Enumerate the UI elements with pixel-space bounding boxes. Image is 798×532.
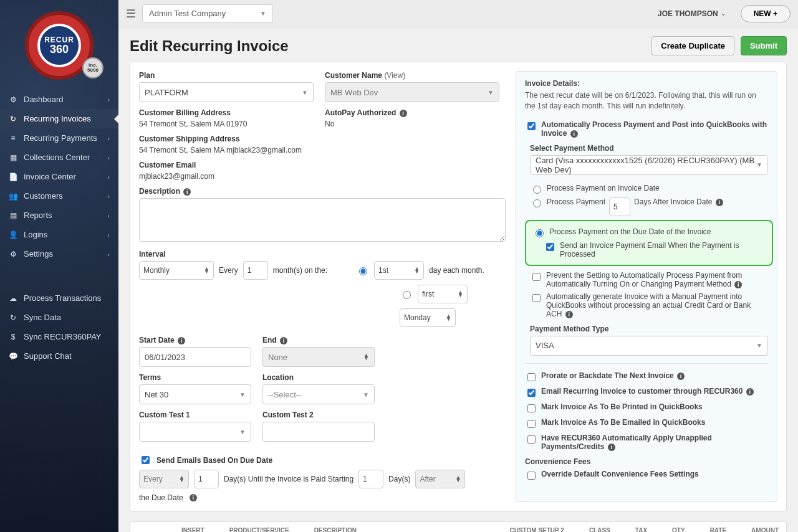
sidebar-item-invoice-center[interactable]: 📄Invoice Center›: [0, 167, 118, 186]
interval-day-select[interactable]: 1st▲▼: [374, 261, 424, 280]
custom2-label: Custom Test 2: [262, 411, 375, 419]
sidebar-item-logins[interactable]: 👤Logins›: [0, 225, 118, 244]
create-duplicate-button[interactable]: Create Duplicate: [651, 36, 734, 55]
interval-every-input[interactable]: [243, 261, 268, 280]
start-date-label: Start Date i: [139, 336, 251, 344]
interval-day-radio[interactable]: [359, 267, 367, 275]
menu-icon[interactable]: ☰: [126, 7, 136, 21]
info-icon[interactable]: i: [280, 337, 287, 344]
submit-button[interactable]: Submit: [741, 36, 787, 55]
col-amount: AMOUNT: [751, 527, 779, 533]
select-payment-method-label: Select Payment Method: [530, 144, 768, 153]
sidebar-item-sync-data[interactable]: ↻Sync Data: [0, 308, 118, 327]
customer-select[interactable]: MB Web Dev▼: [325, 82, 499, 102]
info-icon[interactable]: i: [608, 444, 615, 451]
prorate-label: Prorate or Backdate The Next Invoice i: [541, 371, 685, 380]
dollar-icon: $: [9, 333, 17, 341]
reminder-n2-input[interactable]: [358, 470, 383, 488]
info-icon[interactable]: i: [734, 281, 742, 288]
prevent-auto-checkbox[interactable]: [532, 273, 541, 281]
send-emails-due-date-checkbox[interactable]: [142, 456, 150, 464]
updown-icon: ▲▼: [179, 476, 185, 483]
reminder-every-select[interactable]: Every▲▼: [139, 470, 189, 488]
plan-select[interactable]: PLATFORM▼: [139, 82, 314, 102]
updown-icon: ▲▼: [414, 267, 420, 274]
sidebar-item-settings[interactable]: ⚙Settings›: [0, 244, 118, 264]
interval-day-suffix: day each month.: [429, 266, 484, 275]
prorate-checkbox[interactable]: [527, 373, 536, 381]
mark-email-checkbox[interactable]: [527, 420, 536, 428]
col-description: DESCRIPTION: [314, 527, 357, 533]
end-select[interactable]: None▲▼: [262, 347, 375, 367]
info-icon[interactable]: i: [190, 494, 197, 501]
sidebar-item-support-chat[interactable]: 💬Support Chat: [0, 346, 118, 366]
email-recurring-checkbox[interactable]: [527, 389, 536, 397]
mark-print-checkbox[interactable]: [527, 404, 536, 412]
process-days-after-pre: Process Payment: [547, 197, 605, 206]
info-icon[interactable]: i: [570, 130, 578, 138]
auto-gen-manual-checkbox[interactable]: [532, 294, 541, 302]
info-icon[interactable]: i: [716, 199, 723, 206]
dashboard-icon: ⚙: [9, 95, 17, 104]
process-on-due-date-radio[interactable]: [536, 229, 544, 237]
interval-unit-select[interactable]: Monthly▲▼: [139, 261, 214, 280]
user-menu[interactable]: JOE THOMPSON ⌄: [658, 9, 726, 18]
location-select[interactable]: --Select--▼: [262, 384, 375, 404]
reminder-n1-input[interactable]: [194, 470, 219, 488]
info-icon[interactable]: i: [183, 188, 191, 196]
send-email-processed-label: Send an Invoice Payment Email When the P…: [560, 241, 766, 259]
start-date-input[interactable]: [139, 347, 251, 367]
sync-icon: ↻: [9, 313, 17, 322]
new-button[interactable]: NEW +: [741, 5, 791, 22]
sidebar-item-recurring-invoices[interactable]: ↻Recurring Invoices: [0, 109, 118, 128]
interval-weekday-radio[interactable]: [403, 291, 411, 299]
interval-weekday-select[interactable]: Monday▲▼: [400, 308, 456, 327]
payment-method-select[interactable]: Card (Visa xxxxxxxxxxxx1525 (6/2026) REC…: [530, 155, 768, 175]
customer-view-link[interactable]: (View): [384, 71, 405, 80]
sidebar-item-sync-recur360pay[interactable]: $Sync RECUR360PAY: [0, 327, 118, 346]
process-days-after-post: Days After Invoice Date i: [634, 197, 723, 206]
nav-bottom: ☁Process Transactions ↻Sync Data $Sync R…: [0, 288, 118, 366]
send-emails-due-date-label: Send Emails Based On Due Date: [156, 456, 272, 465]
sidebar-item-collections[interactable]: ▦Collections Center›: [0, 148, 118, 167]
sidebar-item-reports[interactable]: ▤Reports›: [0, 206, 118, 225]
user-name: JOE THOMPSON: [658, 9, 718, 18]
recurring-invoices-icon: ↻: [9, 115, 17, 123]
settings-icon: ⚙: [9, 250, 17, 259]
info-icon[interactable]: i: [746, 388, 754, 396]
info-icon[interactable]: i: [565, 311, 573, 318]
auto-gen-manual-label: Automatically generate Invoice with a Ma…: [546, 292, 768, 318]
customer-label: Customer Name (View): [325, 71, 499, 80]
info-icon[interactable]: i: [178, 337, 185, 344]
items-table-header: INSERT PRODUCT/SERVICE DESCRIPTION CUSTO…: [130, 521, 787, 532]
sidebar-item-dashboard[interactable]: ⚙Dashboard›: [0, 90, 118, 109]
apply-unapplied-checkbox[interactable]: [527, 435, 536, 444]
send-email-processed-checkbox[interactable]: [546, 243, 554, 251]
interval-ordinal-select[interactable]: first▲▼: [418, 285, 468, 303]
process-days-after-radio[interactable]: [533, 199, 541, 207]
override-conv-checkbox[interactable]: [527, 472, 536, 480]
auto-process-checkbox[interactable]: [527, 122, 536, 130]
interval-suffix-label: month(s) on the:: [273, 266, 327, 275]
customers-icon: 👥: [9, 192, 17, 201]
autopay-label: AutoPay Authorized i: [325, 108, 499, 117]
company-select[interactable]: Admin Test Company ▼: [142, 4, 273, 23]
process-on-invoice-date-radio[interactable]: [533, 186, 541, 194]
info-icon[interactable]: i: [400, 110, 407, 117]
sidebar-item-process-transactions[interactable]: ☁Process Transactions: [0, 288, 118, 308]
terms-select[interactable]: Net 30▼: [139, 384, 251, 404]
chevron-right-icon: ›: [107, 96, 110, 103]
custom2-input[interactable]: [262, 422, 375, 442]
recurring-payments-icon: ≡: [9, 134, 17, 143]
sidebar-item-recurring-payments[interactable]: ≡Recurring Payments›: [0, 128, 118, 148]
plan-label: Plan: [139, 71, 314, 80]
sidebar-item-customers[interactable]: 👥Customers›: [0, 186, 118, 206]
process-days-after-input[interactable]: [609, 197, 630, 216]
custom1-select[interactable]: ▼: [139, 422, 251, 442]
mark-email-label: Mark Invoice As To Be Emailed in QuickBo…: [541, 418, 705, 427]
chevron-down-icon: ⌄: [721, 10, 726, 17]
reminder-after-select[interactable]: After▲▼: [415, 470, 465, 488]
payment-method-type-select[interactable]: VISA▼: [530, 336, 768, 356]
description-textarea[interactable]: [139, 198, 506, 242]
info-icon[interactable]: i: [677, 373, 685, 380]
